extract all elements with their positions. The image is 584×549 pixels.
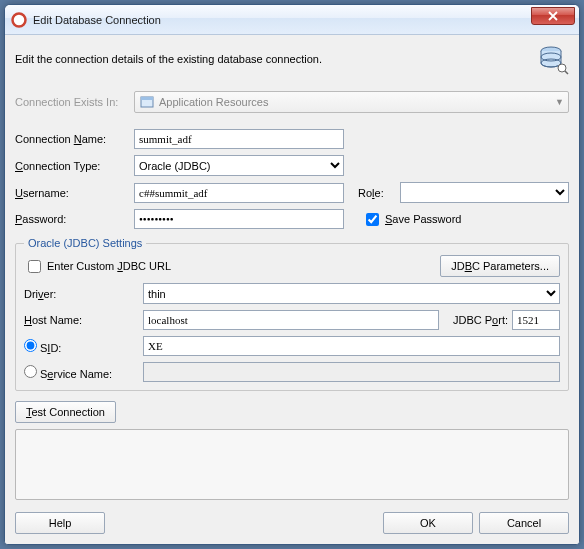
save-password-checkbox[interactable]: Save Password bbox=[362, 210, 461, 229]
dialog-window: Edit Database Connection Edit the connec… bbox=[4, 4, 580, 545]
port-input[interactable] bbox=[512, 310, 560, 330]
jdbc-settings-group: Oracle (JDBC) Settings Enter Custom JDBC… bbox=[15, 237, 569, 391]
row-conn-type: Connection Type: Oracle (JDBC) bbox=[15, 155, 569, 176]
test-connection-button[interactable]: Test Connection bbox=[15, 401, 116, 423]
label-conn-type: Connection Type: bbox=[15, 160, 130, 172]
service-input bbox=[143, 362, 560, 382]
label-host: Host Name: bbox=[24, 314, 139, 326]
username-input[interactable] bbox=[134, 183, 344, 203]
svg-point-0 bbox=[13, 13, 26, 26]
service-radio[interactable]: Service Name: bbox=[24, 365, 139, 380]
jdbc-grid: Driver: thin Host Name: JDBC Port: SID: … bbox=[24, 283, 560, 382]
exists-in-combo: Application Resources ▼ bbox=[134, 91, 569, 113]
jdbc-params-button[interactable]: JDBC Parameters... bbox=[440, 255, 560, 277]
label-port: JDBC Port: bbox=[453, 314, 508, 326]
role-select[interactable] bbox=[400, 182, 569, 203]
header-row: Edit the connection details of the exist… bbox=[15, 43, 569, 75]
help-button[interactable]: Help bbox=[15, 512, 105, 534]
cancel-button[interactable]: Cancel bbox=[479, 512, 569, 534]
database-icon bbox=[537, 43, 569, 75]
label-password: Password: bbox=[15, 213, 130, 225]
title-bar: Edit Database Connection bbox=[5, 5, 579, 35]
test-result-box bbox=[15, 429, 569, 500]
ok-button[interactable]: OK bbox=[383, 512, 473, 534]
custom-url-label: Enter Custom JDBC URL bbox=[47, 260, 171, 272]
row-exists-in: Connection Exists In: Application Resour… bbox=[15, 91, 569, 113]
svg-rect-6 bbox=[141, 97, 153, 100]
chevron-down-icon: ▼ bbox=[555, 97, 564, 107]
label-exists-in: Connection Exists In: bbox=[15, 96, 130, 108]
exists-in-value: Application Resources bbox=[159, 96, 268, 108]
row-test: Test Connection bbox=[15, 401, 569, 423]
row-conn-name: Connection Name: bbox=[15, 129, 569, 149]
row-password: Password: Save Password bbox=[15, 209, 569, 229]
conn-name-input[interactable] bbox=[134, 129, 344, 149]
host-input[interactable] bbox=[143, 310, 439, 330]
app-icon bbox=[11, 12, 27, 28]
footer: Help OK Cancel bbox=[15, 506, 569, 534]
close-button[interactable] bbox=[531, 7, 575, 25]
conn-type-select[interactable]: Oracle (JDBC) bbox=[134, 155, 344, 176]
dialog-content: Edit the connection details of the exist… bbox=[5, 35, 579, 544]
label-conn-name: Connection Name: bbox=[15, 133, 130, 145]
row-custom-url: Enter Custom JDBC URL JDBC Parameters... bbox=[24, 255, 560, 277]
driver-select[interactable]: thin bbox=[143, 283, 560, 304]
resources-icon bbox=[139, 94, 155, 110]
password-input[interactable] bbox=[134, 209, 344, 229]
sid-radio[interactable]: SID: bbox=[24, 339, 139, 354]
jdbc-legend: Oracle (JDBC) Settings bbox=[24, 237, 146, 249]
svg-point-4 bbox=[558, 64, 566, 72]
save-password-label: Save Password bbox=[385, 213, 461, 225]
sid-input[interactable] bbox=[143, 336, 560, 356]
label-role: Role: bbox=[358, 187, 396, 199]
label-username: Username: bbox=[15, 187, 130, 199]
description-text: Edit the connection details of the exist… bbox=[15, 53, 322, 65]
custom-url-checkbox[interactable]: Enter Custom JDBC URL bbox=[24, 257, 171, 276]
label-driver: Driver: bbox=[24, 288, 139, 300]
row-username: Username: Role: bbox=[15, 182, 569, 203]
window-title: Edit Database Connection bbox=[33, 14, 161, 26]
